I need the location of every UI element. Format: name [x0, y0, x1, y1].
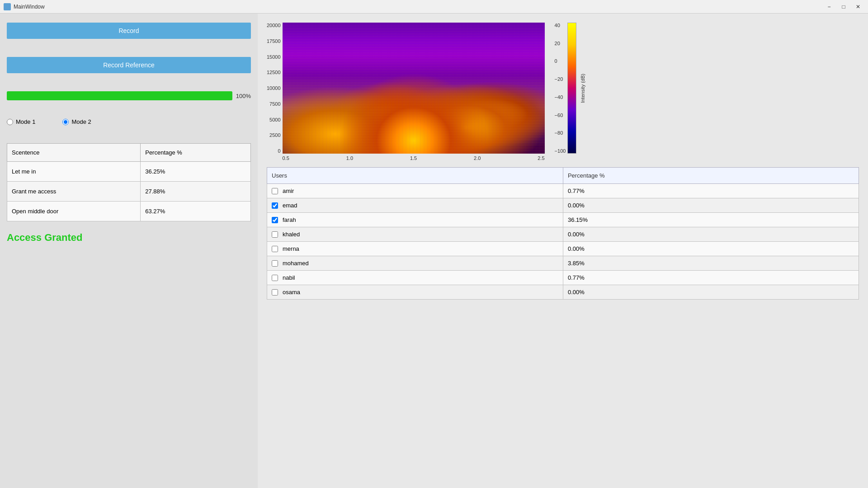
- y-axis-label: 17500: [267, 38, 281, 44]
- y-axis-label: 2500: [267, 132, 281, 138]
- user-name: merna: [283, 245, 299, 252]
- sentence-pct: 63.27%: [141, 202, 251, 221]
- colorbar-label: 40: [555, 23, 566, 28]
- sentence-row: Let me in 36.25%: [7, 162, 251, 182]
- colorbar-title: Intensity (dB): [580, 74, 585, 103]
- close-button[interactable]: ✕: [852, 2, 864, 11]
- sentences-table: Scentence Percentage % Let me in 36.25% …: [7, 143, 251, 221]
- progress-bar-fill: [7, 91, 232, 100]
- colorbar-label: 20: [555, 41, 566, 46]
- user-checkbox[interactable]: [272, 275, 278, 281]
- sentence-pct: 36.25%: [141, 162, 251, 182]
- users-section: Users Percentage % amir 0.77% emad: [267, 167, 859, 483]
- bottom-area: Users Percentage % amir 0.77% emad: [258, 167, 868, 488]
- sentence-text: Let me in: [7, 162, 141, 182]
- user-row: osama 0.00%: [267, 285, 859, 300]
- user-row: emad 0.00%: [267, 198, 859, 213]
- user-pct: 0.00%: [563, 242, 859, 256]
- user-row: farah 36.15%: [267, 213, 859, 227]
- x-axis-label: 1.0: [346, 155, 353, 161]
- user-row: khaled 0.00%: [267, 227, 859, 242]
- user-name: emad: [283, 202, 297, 209]
- user-cell: mohamed: [267, 256, 563, 271]
- user-pct: 0.77%: [563, 271, 859, 285]
- user-cell: emad: [267, 198, 563, 213]
- user-checkbox[interactable]: [272, 217, 278, 223]
- user-checkbox[interactable]: [272, 188, 278, 194]
- sentence-text: Open middle door: [7, 202, 141, 221]
- mode2-label: Mode 2: [71, 118, 91, 125]
- user-pct: 0.00%: [563, 285, 859, 300]
- user-pct: 3.85%: [563, 256, 859, 271]
- spectrogram-area: 20000175001500012500100007500500025000 0…: [258, 14, 868, 167]
- mode1-label: Mode 1: [16, 118, 35, 125]
- user-cell: farah: [267, 213, 563, 227]
- y-axis-label: 15000: [267, 54, 281, 60]
- colorbar-labels: 40200−20−40−60−80−100: [553, 23, 566, 154]
- titlebar-title: MainWindow: [14, 4, 45, 10]
- mode-row: Mode 1 Mode 2: [7, 118, 251, 125]
- access-granted-label: Access Granted: [7, 228, 251, 247]
- x-axis-label: 2.0: [474, 155, 481, 161]
- minimize-button[interactable]: −: [823, 2, 835, 11]
- user-checkbox[interactable]: [272, 202, 278, 209]
- record-button[interactable]: Record: [7, 23, 251, 39]
- y-axis-labels: 20000175001500012500100007500500025000: [267, 23, 283, 163]
- x-axis-label: 1.5: [410, 155, 417, 161]
- user-name: khaled: [283, 231, 300, 238]
- progress-container: 100%: [7, 91, 251, 100]
- user-pct: 0.00%: [563, 227, 859, 242]
- user-row: merna 0.00%: [267, 242, 859, 256]
- maximize-button[interactable]: □: [837, 2, 850, 11]
- user-checkbox[interactable]: [272, 289, 278, 296]
- spectrogram-wrapper: 20000175001500012500100007500500025000 0…: [267, 23, 545, 163]
- main-layout: Record Record Reference 100% Mode 1 Mode…: [0, 14, 868, 488]
- user-name: farah: [283, 216, 296, 223]
- record-reference-button[interactable]: Record Reference: [7, 57, 251, 73]
- colorbar-label: 0: [555, 58, 566, 64]
- user-checkbox[interactable]: [272, 260, 278, 267]
- titlebar-controls: − □ ✕: [823, 2, 864, 11]
- y-axis-label: 7500: [267, 101, 281, 107]
- sentences-col2-header: Percentage %: [141, 144, 251, 162]
- user-pct: 36.15%: [563, 213, 859, 227]
- user-cell: merna: [267, 242, 563, 256]
- colorbar-label: −80: [555, 130, 566, 136]
- users-col2-header: Percentage %: [563, 168, 859, 184]
- y-axis-label: 5000: [267, 117, 281, 122]
- sentence-row: Grant me access 27.88%: [7, 182, 251, 202]
- mode2-option[interactable]: Mode 2: [62, 118, 91, 125]
- user-pct: 0.77%: [563, 184, 859, 198]
- mode1-option[interactable]: Mode 1: [7, 118, 35, 125]
- users-table: Users Percentage % amir 0.77% emad: [267, 167, 859, 300]
- colorbar: [567, 23, 576, 154]
- user-row: amir 0.77%: [267, 184, 859, 198]
- user-name: mohamed: [283, 260, 309, 267]
- y-axis-label: 10000: [267, 85, 281, 91]
- y-axis-label: 0: [267, 148, 281, 154]
- titlebar-left: MainWindow: [4, 3, 45, 10]
- user-cell: khaled: [267, 227, 563, 242]
- sentences-col1-header: Scentence: [7, 144, 141, 162]
- user-cell: amir: [267, 184, 563, 198]
- user-row: mohamed 3.85%: [267, 256, 859, 271]
- mode1-radio[interactable]: [7, 119, 13, 125]
- right-panel: 20000175001500012500100007500500025000 0…: [258, 14, 868, 488]
- user-name: amir: [283, 188, 294, 194]
- x-axis-labels: 0.51.01.52.02.5: [283, 154, 545, 161]
- users-col1-header: Users: [267, 168, 563, 184]
- colorbar-label: −60: [555, 113, 566, 118]
- colorbar-label: −20: [555, 76, 566, 82]
- app-icon: [4, 3, 11, 10]
- titlebar: MainWindow − □ ✕: [0, 0, 868, 14]
- user-cell: osama: [267, 285, 563, 300]
- user-checkbox[interactable]: [272, 246, 278, 252]
- y-axis-label: 12500: [267, 70, 281, 75]
- colorbar-label: −100: [555, 148, 566, 154]
- user-row: nabil 0.77%: [267, 271, 859, 285]
- x-axis-label: 0.5: [283, 155, 289, 161]
- user-cell: nabil: [267, 271, 563, 285]
- user-checkbox[interactable]: [272, 231, 278, 238]
- left-panel: Record Record Reference 100% Mode 1 Mode…: [0, 14, 258, 488]
- mode2-radio[interactable]: [62, 119, 69, 125]
